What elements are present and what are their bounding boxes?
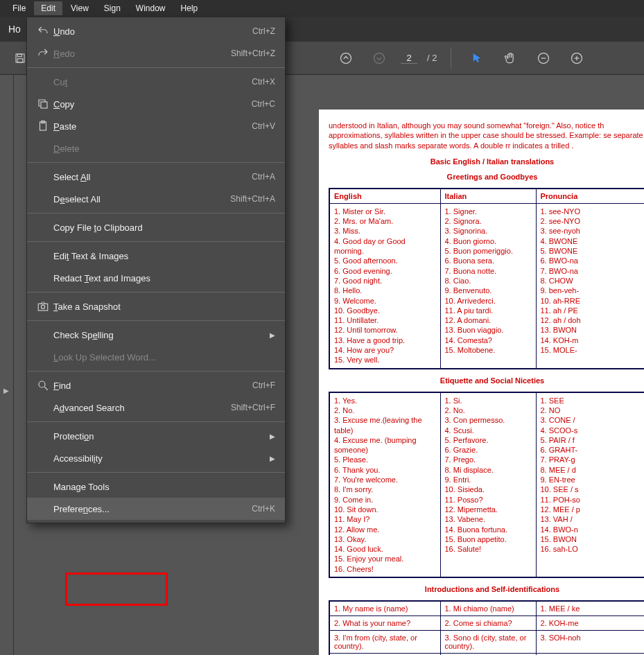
svg-line-16 xyxy=(44,387,48,390)
menu-copy-label: Copy xyxy=(53,99,252,110)
copy-file-to-clipboard[interactable]: Copy File to Clipboard xyxy=(27,216,285,238)
protection-label: Protection xyxy=(53,431,275,442)
divider xyxy=(451,48,451,69)
menu-separator xyxy=(27,292,285,292)
take-snapshot[interactable]: Take a Snapshot xyxy=(27,295,285,317)
greetings-table: EnglishItalianPronuncia 1. Mister or Sir… xyxy=(329,188,644,369)
menu-view[interactable]: View xyxy=(64,1,96,15)
table-header: Italian xyxy=(440,189,536,204)
menu-select-all-shortcut: Ctrl+A xyxy=(252,172,275,182)
table-row: 1. My name is (name)1. Mi chiamo (name)1… xyxy=(329,601,644,616)
svg-point-4 xyxy=(374,53,385,63)
page-down-icon[interactable] xyxy=(367,46,391,70)
etiquette-table: 1. Yes.2. No.3. Excuse me.(leaving the t… xyxy=(329,392,644,578)
protection[interactable]: Protection▶ xyxy=(27,425,285,447)
copy-file-to-clipboard-label: Copy File to Clipboard xyxy=(53,222,275,233)
svg-rect-1 xyxy=(17,54,21,57)
heading-intros: Introductions and Self-identifications xyxy=(329,585,644,593)
look-up-word: Look Up Selected Word... xyxy=(27,346,285,368)
menu-paste-label: Paste xyxy=(53,121,252,132)
edit-menu: UndoCtrl+ZRedoShift+Ctrl+ZCutCtrl+XCopyC… xyxy=(26,17,286,523)
menu-deselect-all[interactable]: Deselect AllShift+Ctrl+A xyxy=(27,188,285,210)
redact-text-images[interactable]: Redact Text and Images xyxy=(27,267,285,289)
manage-tools[interactable]: Manage Tools xyxy=(27,475,285,498)
table-header: English xyxy=(329,189,440,204)
page-up-icon[interactable] xyxy=(334,46,358,70)
svg-point-14 xyxy=(41,305,44,308)
menu-separator xyxy=(27,421,285,422)
menu-undo[interactable]: UndoCtrl+Z xyxy=(27,20,285,42)
menu-paste-shortcut: Ctrl+V xyxy=(252,121,275,131)
hand-tool-icon[interactable] xyxy=(498,46,522,70)
menu-help[interactable]: Help xyxy=(174,1,205,15)
accessibility-label: Accessibility xyxy=(53,453,275,464)
sidebar-collapsed[interactable]: ▶ xyxy=(0,75,14,655)
menu-delete: Delete xyxy=(27,137,285,159)
menu-separator xyxy=(27,320,285,321)
pdf-page: understood in Italian, although you may … xyxy=(319,110,644,655)
menu-select-all-label: Select All xyxy=(53,172,252,182)
paste-icon xyxy=(33,120,53,132)
table-row: 2. What is your name?2. Come si chiama?2… xyxy=(329,615,644,630)
find-shortcut: Ctrl+F xyxy=(252,381,275,390)
menu-window[interactable]: Window xyxy=(129,1,173,15)
menu-cut-label: Cut xyxy=(53,77,252,87)
intro-text: understood in Italian, although you may … xyxy=(329,121,644,150)
zoom-out-icon[interactable] xyxy=(532,46,555,70)
menu-separator xyxy=(27,241,285,242)
menu-redo-shortcut: Shift+Ctrl+Z xyxy=(231,49,275,58)
find-icon xyxy=(33,379,53,392)
menu-redo-label: Redo xyxy=(53,49,231,59)
page-number-input[interactable] xyxy=(401,53,417,64)
menu-sign[interactable]: Sign xyxy=(97,1,128,15)
preferences-shortcut: Ctrl+K xyxy=(252,504,275,514)
menu-undo-shortcut: Ctrl+Z xyxy=(252,26,275,36)
menu-file[interactable]: File xyxy=(6,1,33,15)
svg-rect-10 xyxy=(41,102,47,108)
menu-redo: RedoShift+Ctrl+Z xyxy=(27,42,285,64)
preferences-label: Preferences... xyxy=(53,504,252,514)
check-spelling[interactable]: Check Spelling▶ xyxy=(27,324,285,346)
chevron-right-icon: ▶ xyxy=(270,433,275,440)
snapshot-icon xyxy=(33,300,53,313)
menu-undo-label: Undo xyxy=(53,26,252,37)
heading-greetings: Greetings and Goodbyes xyxy=(329,173,644,181)
intros-table: 1. My name is (name)1. Mi chiamo (name)1… xyxy=(329,600,644,655)
menu-separator xyxy=(27,162,285,163)
redo-icon xyxy=(33,47,53,60)
redact-text-images-label: Redact Text and Images xyxy=(53,273,275,283)
chevron-right-icon: ▶ xyxy=(270,331,275,339)
zoom-in-icon[interactable] xyxy=(565,46,589,70)
menu-deselect-all-label: Deselect All xyxy=(53,194,230,204)
menu-edit[interactable]: Edit xyxy=(34,1,62,15)
menubar: FileEditViewSignWindowHelp xyxy=(0,0,644,17)
menu-cut: CutCtrl+X xyxy=(27,71,285,93)
menu-copy-shortcut: Ctrl+C xyxy=(252,99,275,109)
svg-rect-2 xyxy=(17,58,23,62)
manage-tools-label: Manage Tools xyxy=(53,482,275,492)
edit-text-images[interactable]: Edit Text & Images xyxy=(27,245,285,267)
find[interactable]: FindCtrl+F xyxy=(27,374,285,396)
take-snapshot-label: Take a Snapshot xyxy=(53,302,275,312)
svg-point-15 xyxy=(39,381,45,387)
advanced-search-label: Advanced Search xyxy=(53,403,231,413)
copy-icon xyxy=(33,98,53,110)
menu-separator xyxy=(27,213,285,213)
page-total: / 2 xyxy=(427,53,437,63)
menu-separator xyxy=(27,67,285,68)
accessibility[interactable]: Accessibility▶ xyxy=(27,447,285,469)
preferences[interactable]: Preferences...Ctrl+K xyxy=(27,498,285,520)
menu-select-all[interactable]: Select AllCtrl+A xyxy=(27,166,285,188)
heading-etiquette: Etiquette and Social Niceties xyxy=(329,376,644,385)
sidebar-expand-icon[interactable]: ▶ xyxy=(3,387,9,394)
advanced-search[interactable]: Advanced SearchShift+Ctrl+F xyxy=(27,396,285,419)
check-spelling-label: Check Spelling xyxy=(53,330,275,340)
menu-copy[interactable]: CopyCtrl+C xyxy=(27,93,285,115)
menu-separator xyxy=(27,472,285,473)
advanced-search-shortcut: Shift+Ctrl+F xyxy=(231,403,275,412)
menu-separator xyxy=(27,371,285,372)
menu-paste[interactable]: PasteCtrl+V xyxy=(27,115,285,137)
chevron-right-icon: ▶ xyxy=(270,455,275,462)
selection-tool-icon[interactable] xyxy=(465,46,489,70)
home-tab[interactable]: Ho xyxy=(8,24,21,35)
